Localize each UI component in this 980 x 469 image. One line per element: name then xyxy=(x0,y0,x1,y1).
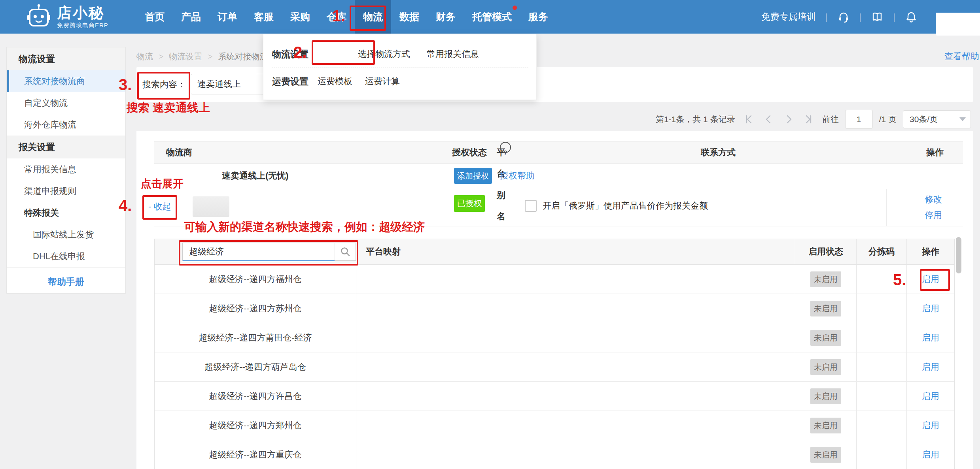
col-sort-code: 分拣码 xyxy=(857,239,907,264)
breadcrumb-logistics[interactable]: 物流 xyxy=(136,51,153,62)
app-logo[interactable]: 店小秘 免费跨境电商ERP xyxy=(26,4,108,30)
headset-icon[interactable] xyxy=(837,11,850,23)
add-authorization-button[interactable]: 添加授权 xyxy=(454,168,492,184)
disable-link[interactable]: 停用 xyxy=(925,209,942,221)
status-badge: 未启用 xyxy=(810,447,841,463)
robot-logo-icon xyxy=(26,4,51,30)
sidebar-item-overseas-warehouse[interactable]: 海外仓库物流 xyxy=(7,114,125,136)
first-page-icon[interactable] xyxy=(744,114,754,124)
authorization-help-link[interactable]: 授权帮助 xyxy=(500,163,535,189)
page-size-value: 30条/页 xyxy=(910,114,938,125)
view-help-link[interactable]: 查看帮助 xyxy=(944,51,979,62)
page-size-select[interactable]: 30条/页 xyxy=(903,110,971,128)
channel-name: 超级经济--递四方苏州仓 xyxy=(209,303,302,315)
channel-name: 超级经济--递四方许昌仓 xyxy=(209,390,302,402)
nav-item-hosting[interactable]: 托管模式 xyxy=(464,0,520,34)
russia-price-checkbox-label: 开启「俄罗斯」使用产品售价作为报关金额 xyxy=(543,200,708,212)
sort-code-cell xyxy=(857,323,907,352)
menu-item-fee-calculation[interactable]: 运费计算 xyxy=(365,75,400,87)
channel-action-cell: 启用 xyxy=(907,352,954,381)
nav-item-service[interactable]: 客服 xyxy=(246,0,282,34)
nav-item-products[interactable]: 产品 xyxy=(173,0,209,34)
authorized-badge: 已授权 xyxy=(454,195,485,212)
menu-item-customs-info[interactable]: 常用报关信息 xyxy=(427,48,479,60)
manual-book-icon[interactable] xyxy=(871,11,884,23)
training-link[interactable]: 免费专属培训 xyxy=(761,11,816,23)
enable-link[interactable]: 启用 xyxy=(922,273,939,285)
status-badge: 未启用 xyxy=(810,418,841,433)
last-page-icon[interactable] xyxy=(803,114,814,124)
platform-mapping-cell xyxy=(356,352,795,381)
sidebar-item-customs-info[interactable]: 常用报关信息 xyxy=(7,158,125,180)
sidebar-item-special-customs[interactable]: 特殊报关 xyxy=(7,202,125,224)
nav-item-data[interactable]: 数据 xyxy=(391,0,428,34)
sidebar-item-custom-logistics[interactable]: 自定义物流 xyxy=(7,92,125,114)
collapse-link[interactable]: - 收起 xyxy=(148,201,171,213)
sidebar-item-system-providers[interactable]: 系统对接物流商 xyxy=(7,70,125,92)
breadcrumb-logistics-settings[interactable]: 物流设置 xyxy=(169,51,202,62)
annotation-step-1: 1. xyxy=(332,8,345,24)
channel-action-cell: 启用 xyxy=(907,382,954,411)
provider-row-summary: 速卖通线上(无忧) 添加授权 授权帮助 xyxy=(154,163,963,189)
channel-name: 超级经济--递四方重庆仓 xyxy=(209,449,302,461)
channel-action-cell: 启用 xyxy=(907,440,954,469)
bell-icon[interactable] xyxy=(905,11,918,23)
dropdown-divider xyxy=(272,68,528,68)
nav-item-services[interactable]: 服务 xyxy=(520,0,556,34)
sidebar-item-channel-declare-rules[interactable]: 渠道申报规则 xyxy=(7,180,125,202)
enable-link[interactable]: 启用 xyxy=(922,449,939,461)
status-badge: 未启用 xyxy=(810,330,841,346)
pagination-summary: 第1-1条，共 1 条记录 xyxy=(656,114,735,125)
annotation-expand-hint: 点击展开 xyxy=(141,179,184,189)
sort-code-cell xyxy=(857,294,907,323)
sidebar-help-manual-link[interactable]: 帮助手册 xyxy=(7,267,125,296)
menu-item-select-logistics-method[interactable]: 选择物流方式 xyxy=(358,48,410,60)
nav-item-logistics[interactable]: 物流 xyxy=(355,0,391,34)
channel-name: 超级经济--递四方莆田仓-经济 xyxy=(199,332,312,344)
menu-item-fee-template[interactable]: 运费模板 xyxy=(318,75,352,87)
annotation-step-5: 5. xyxy=(893,272,906,288)
col-enable-status: 启用状态 xyxy=(795,239,857,264)
enable-link[interactable]: 启用 xyxy=(922,303,939,315)
channel-name: 超级经济--递四方福州仓 xyxy=(209,273,302,285)
nav-item-home[interactable]: 首页 xyxy=(136,0,173,34)
status-badge: 未启用 xyxy=(810,271,841,287)
channel-row: 超级经济--递四方苏州仓 未启用 启用 xyxy=(155,294,954,323)
channel-action-cell: 启用 xyxy=(907,265,954,294)
provider-name: 速卖通线上(无忧) xyxy=(222,163,289,189)
nav-item-hosting-label: 托管模式 xyxy=(472,10,512,23)
russia-price-checkbox[interactable] xyxy=(525,200,537,212)
nav-item-finance[interactable]: 财务 xyxy=(428,0,464,34)
enable-status-cell: 未启用 xyxy=(795,323,857,352)
col-action: 操作 xyxy=(926,142,944,163)
logo-subtitle: 免费跨境电商ERP xyxy=(57,22,108,29)
chevron-down-icon xyxy=(959,117,966,121)
notification-dot xyxy=(513,6,517,10)
nav-item-purchase[interactable]: 采购 xyxy=(282,0,318,34)
annotation-step-3: 3. xyxy=(119,77,132,92)
channel-search-input[interactable] xyxy=(182,243,335,261)
scrollbar-thumb[interactable] xyxy=(956,237,961,273)
enable-link[interactable]: 启用 xyxy=(922,390,939,402)
page-number-input[interactable] xyxy=(845,110,873,129)
channel-row: 超级经济--递四方葫芦岛仓 未启用 启用 xyxy=(155,352,954,382)
sidebar-item-dhl-online-declare[interactable]: DHL在线申报 xyxy=(7,245,125,267)
prev-page-icon[interactable] xyxy=(764,114,774,124)
channel-name-cell: 超级经济--递四方许昌仓 xyxy=(155,382,356,411)
channel-row: 超级经济--递四方重庆仓 未启用 启用 xyxy=(155,440,954,469)
next-page-icon[interactable] xyxy=(783,114,794,124)
nav-item-orders[interactable]: 订单 xyxy=(209,0,246,34)
enable-link[interactable]: 启用 xyxy=(922,361,939,373)
sidebar-item-intl-online-shipping[interactable]: 国际站线上发货 xyxy=(7,224,125,245)
enable-link[interactable]: 启用 xyxy=(922,420,939,431)
channel-name-cell: 超级经济--递四方葫芦岛仓 xyxy=(155,352,356,381)
enable-link[interactable]: 启用 xyxy=(922,332,939,344)
modify-link[interactable]: 修改 xyxy=(925,194,942,205)
question-mark-icon[interactable]: ? xyxy=(500,142,511,153)
goto-label: 前往 xyxy=(822,114,839,125)
annotation-step-2: 2. xyxy=(293,44,306,60)
channel-search-button[interactable] xyxy=(335,243,356,261)
channel-table-header: 平台映射 启用状态 分拣码 操作 xyxy=(155,239,954,265)
col-platform-mapping: 平台映射 xyxy=(356,239,795,264)
sidebar: 物流设置 系统对接物流商 自定义物流 海外仓库物流 报关设置 常用报关信息 渠道… xyxy=(6,47,126,294)
